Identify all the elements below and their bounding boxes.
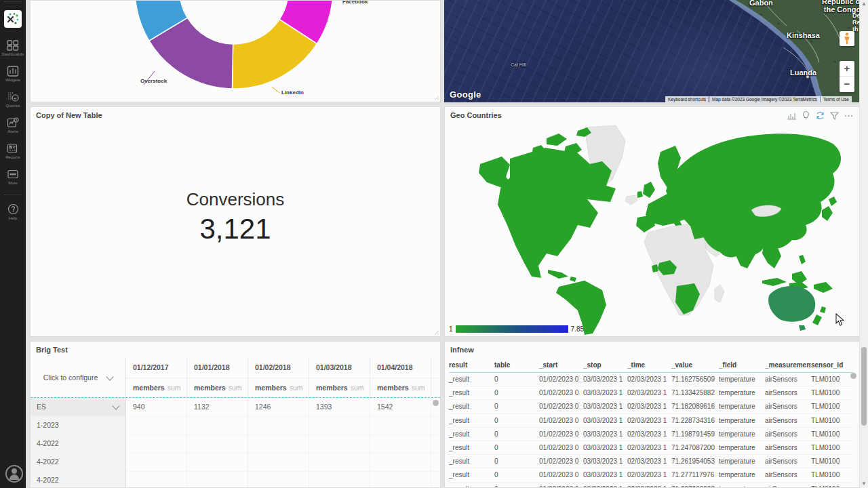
grid-cell: 0 xyxy=(494,483,539,488)
sidebar-item-alerts[interactable]: Alerts xyxy=(0,117,26,134)
pivot-row: 4-2022 xyxy=(31,471,440,488)
pivot-cell xyxy=(309,434,370,453)
grid-cell: airSensors xyxy=(765,414,811,427)
grid-column-header[interactable]: _time xyxy=(627,359,671,372)
queries-icon xyxy=(7,92,19,102)
widget-scroll-thumb[interactable] xyxy=(433,400,439,406)
pivot-cell xyxy=(309,453,370,472)
pegman-icon xyxy=(844,33,850,45)
pivot-cell xyxy=(248,416,309,435)
grid-cell: 01/02/2023 0 xyxy=(539,483,583,488)
grid-column-header[interactable]: table xyxy=(494,359,539,372)
measure-header: memberssum xyxy=(126,378,187,397)
pivot-cell xyxy=(187,453,248,472)
grid-cell: 03/03/2023 1 xyxy=(583,386,627,399)
world-map-chart[interactable] xyxy=(445,122,860,336)
grid-row: _result001/02/2023 003/03/2023 102/03/20… xyxy=(449,386,854,400)
grid-body: _result001/02/2023 003/03/2023 102/03/20… xyxy=(449,373,854,487)
keyboard-shortcuts-link[interactable]: Keyboard shortcuts xyxy=(665,96,709,102)
chevron-down-icon xyxy=(112,402,119,409)
more-options-icon[interactable] xyxy=(844,110,854,121)
sidebar-item-widgets[interactable]: Widgets xyxy=(0,66,26,82)
sidebar-item-label: Dashboards xyxy=(0,52,26,56)
row-header: 4-2022 xyxy=(31,471,126,488)
grid-cell: 02/03/2023 1 xyxy=(627,441,671,454)
pivot-cell xyxy=(309,471,370,488)
resize-handle-icon[interactable] xyxy=(434,330,439,336)
alerts-icon xyxy=(7,117,19,128)
grid-cell: 71.247087200 xyxy=(671,441,719,454)
sidebar-item-label: Queries xyxy=(0,104,26,108)
grid-cell: _result xyxy=(449,441,494,454)
pivot-row: 1-2023 xyxy=(31,416,440,434)
grid-column-header[interactable]: result xyxy=(449,359,494,372)
grid-cell: 71.297299932 xyxy=(671,483,719,488)
grid-cell: 02/03/2023 1 xyxy=(627,468,671,481)
grid-column-header[interactable]: _measurement xyxy=(765,359,811,372)
filter-share-icon[interactable] xyxy=(829,110,840,121)
reports-icon xyxy=(7,143,19,154)
donut-chart[interactable] xyxy=(31,1,440,102)
grid-column-header[interactable]: _start xyxy=(539,359,583,372)
scroll-up-arrow[interactable]: ▲ xyxy=(860,0,868,8)
google-map-widget[interactable]: Gabon Republic of the Congo Kinshasa Lua… xyxy=(444,0,860,102)
grid-cell: 0 xyxy=(494,414,539,427)
scrollbar-thumb[interactable] xyxy=(861,347,867,426)
user-avatar[interactable] xyxy=(5,465,23,483)
pivot-cell xyxy=(126,453,187,472)
avatar-body-icon xyxy=(9,474,19,480)
sidebar-item-label: Widgets xyxy=(0,78,26,82)
grid-cell: _result xyxy=(449,428,494,441)
grid-cell: airSensors xyxy=(765,468,811,481)
widget-scroll-thumb[interactable] xyxy=(850,373,856,379)
grid-cell: 0 xyxy=(494,468,539,481)
sidebar-item-label: Reports xyxy=(0,155,26,159)
grid-cell: _result xyxy=(449,468,494,481)
grid-column-header[interactable]: sensor_id xyxy=(811,359,854,372)
resize-handle-icon[interactable] xyxy=(434,96,439,101)
configure-dropdown[interactable]: Click to configure xyxy=(31,358,126,397)
grid-cell: 71.228734316 xyxy=(671,414,719,427)
grid-column-header[interactable]: _value xyxy=(671,359,719,372)
page-scrollbar[interactable]: ▲ ▼ xyxy=(859,0,868,488)
grid-column-header[interactable]: _field xyxy=(719,359,765,372)
pivot-row: 4-2022 xyxy=(31,453,440,471)
grid-cell: _result xyxy=(449,483,494,488)
pivot-cell xyxy=(187,471,248,488)
channel-donut-widget: Facebook Overstock LinkedIn xyxy=(30,0,441,102)
grid-cell: 03/03/2023 1 xyxy=(583,414,627,427)
sidebar-item-more[interactable]: More xyxy=(0,169,26,185)
measure-header: memberssum xyxy=(309,378,370,397)
grid-header-row: resulttable_start_stop_time_value_field_… xyxy=(449,359,854,373)
zoom-in-button[interactable]: + xyxy=(840,61,854,77)
grid-row: _result001/02/2023 003/03/2023 102/03/20… xyxy=(449,468,854,482)
grid-cell: 03/03/2023 1 xyxy=(583,400,627,413)
refresh-icon[interactable] xyxy=(815,110,825,121)
pivot-cell xyxy=(370,471,431,488)
pivot-cell xyxy=(126,416,187,435)
grid-cell: TLM0100 xyxy=(811,400,854,413)
scroll-down-arrow[interactable]: ▼ xyxy=(860,480,868,488)
pivot-table: Click to configure 01/12/2017 01/01/2018… xyxy=(31,358,440,488)
pivot-cell xyxy=(370,453,431,472)
map-label-cat-hill: Cat Hill xyxy=(511,62,526,67)
app-logo[interactable] xyxy=(4,10,22,28)
map-attribution: Keyboard shortcuts Map data ©2023 Google… xyxy=(665,96,852,102)
chart-type-icon[interactable] xyxy=(787,110,797,121)
sidebar-item-reports[interactable]: Reports xyxy=(0,143,26,159)
insights-bulb-icon[interactable] xyxy=(801,110,811,121)
grid-row: _result001/02/2023 003/03/2023 102/03/20… xyxy=(449,483,854,488)
sidebar-item-help[interactable]: Help xyxy=(0,203,26,220)
zoom-out-button[interactable]: − xyxy=(840,77,854,92)
column-header: 01/03/2018 xyxy=(309,358,370,378)
sidebar-item-queries[interactable]: Queries xyxy=(0,92,26,108)
grid-cell: _result xyxy=(449,386,494,399)
row-header[interactable]: ES xyxy=(31,398,126,417)
grid-column-header[interactable]: _stop xyxy=(583,359,627,372)
grid-cell: 71.133425882 xyxy=(671,386,719,399)
terms-of-use-link[interactable]: Terms of Use xyxy=(821,96,852,102)
grid-cell: airSensors xyxy=(765,428,811,441)
sidebar-item-dashboards[interactable]: Dashboards xyxy=(0,40,26,56)
street-view-pegman-button[interactable] xyxy=(840,31,854,46)
grid-cell: temperature xyxy=(719,373,765,386)
